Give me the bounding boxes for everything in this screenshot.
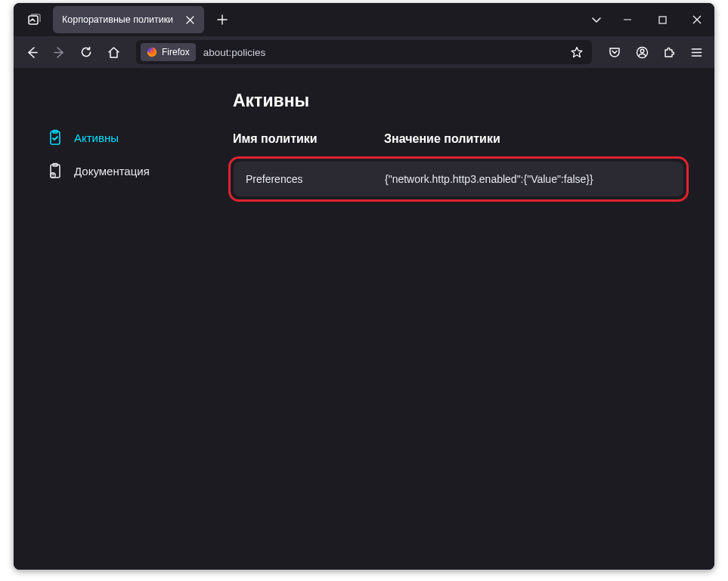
tab-close-button[interactable] — [183, 13, 197, 26]
plus-icon — [217, 14, 228, 25]
star-icon — [571, 46, 583, 58]
hamburger-icon — [691, 47, 702, 58]
chevron-down-icon — [591, 14, 602, 25]
table-headers: Имя политики Значение политики — [233, 132, 684, 146]
close-icon — [186, 16, 194, 24]
policy-value: {"network.http.http3.enabled":{"Value":f… — [385, 173, 593, 185]
svg-point-4 — [640, 49, 644, 53]
tabs-overflow-button[interactable] — [21, 8, 48, 32]
home-icon — [107, 46, 120, 59]
reload-button[interactable] — [74, 40, 98, 64]
pocket-icon — [609, 46, 621, 58]
sidebar-item-active[interactable]: Активны — [47, 121, 233, 154]
clipboard-question-icon — [47, 162, 64, 179]
nav-toolbar: Firefox about:policies — [14, 36, 714, 68]
back-button[interactable] — [20, 40, 44, 64]
highlighted-row: Preferences {"network.http.http3.enabled… — [228, 156, 689, 202]
maximize-icon — [658, 16, 667, 24]
list-tabs-button[interactable] — [583, 5, 610, 35]
window-close-button[interactable] — [680, 5, 714, 35]
column-header-value: Значение политики — [384, 132, 500, 146]
url-bar[interactable]: Firefox about:policies — [136, 40, 592, 64]
bookmark-button[interactable] — [566, 42, 587, 63]
account-icon — [636, 46, 649, 59]
page-heading: Активны — [233, 91, 684, 111]
extensions-button[interactable] — [657, 40, 681, 64]
account-button[interactable] — [630, 40, 654, 64]
identity-label: Firefox — [162, 47, 190, 57]
tabstrip: Корпоративные политики — [21, 6, 234, 33]
column-header-name: Имя политики — [233, 132, 384, 146]
app-menu-button[interactable] — [684, 40, 708, 64]
window-controls — [610, 5, 714, 35]
new-tab-button[interactable] — [210, 8, 234, 32]
close-icon — [692, 15, 702, 24]
clipboard-check-icon — [47, 129, 64, 146]
sidebar: Активны Документация — [14, 91, 233, 570]
url-text: about:policies — [203, 47, 566, 58]
window-maximize-button[interactable] — [645, 5, 680, 35]
browser-window: Корпоративные политики — [14, 3, 714, 570]
svg-point-10 — [53, 176, 54, 177]
reload-icon — [80, 46, 92, 58]
minimize-icon — [623, 15, 632, 24]
tabs-overflow-icon — [28, 14, 42, 26]
back-icon — [26, 46, 39, 59]
main-panel: Активны Имя политики Значение политики P… — [233, 91, 714, 570]
titlebar: Корпоративные политики — [14, 3, 714, 36]
sidebar-item-documentation[interactable]: Документация — [47, 154, 233, 187]
home-button[interactable] — [101, 40, 125, 64]
sidebar-item-label: Документация — [74, 165, 150, 178]
svg-rect-1 — [659, 17, 666, 23]
tab-title: Корпоративные политики — [62, 14, 175, 25]
tab-active[interactable]: Корпоративные политики — [53, 6, 204, 33]
forward-button[interactable] — [47, 40, 71, 64]
puzzle-icon — [663, 46, 675, 58]
forward-icon — [53, 46, 66, 59]
page-content: Активны Документация Активны Имя политик… — [14, 68, 714, 570]
sidebar-item-label: Активны — [74, 131, 119, 144]
pocket-button[interactable] — [603, 40, 627, 64]
identity-box[interactable]: Firefox — [141, 43, 196, 61]
window-minimize-button[interactable] — [610, 5, 645, 35]
policy-name: Preferences — [246, 173, 385, 185]
policy-row: Preferences {"network.http.http3.enabled… — [234, 162, 683, 196]
firefox-icon — [147, 47, 157, 57]
